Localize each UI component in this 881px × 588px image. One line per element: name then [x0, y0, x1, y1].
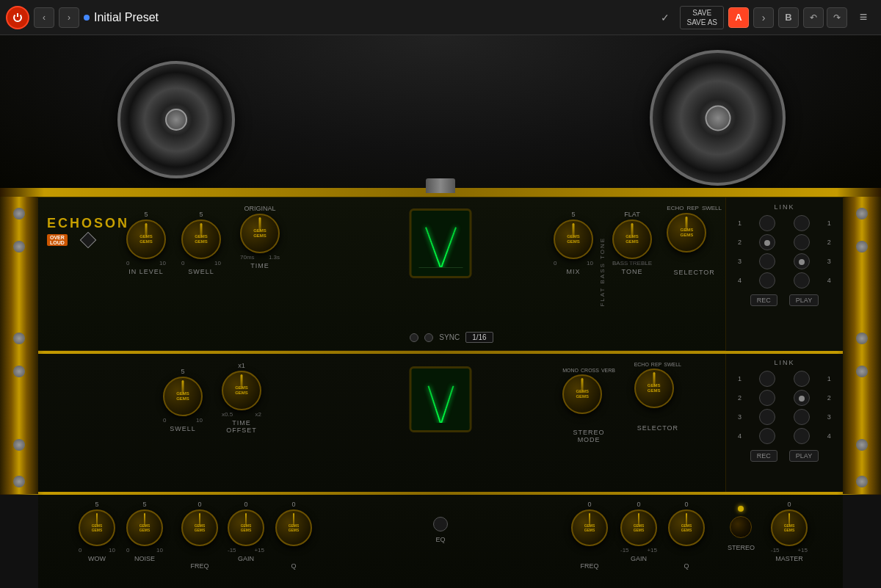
play-button-mid[interactable]: PLAY: [789, 450, 819, 462]
eq2-freq-group: 0 GEMSGEMS FREQ: [571, 501, 608, 570]
right-reel: [650, 50, 786, 186]
mid-link-btn-1-left[interactable]: [759, 371, 775, 387]
tape-machine-area: [0, 35, 881, 197]
wow-knob[interactable]: GEMSGEMS: [79, 509, 115, 546]
noise-knob[interactable]: GEMSGEMS: [126, 509, 163, 546]
frame-left: [0, 197, 38, 494]
eq1-gain-knob[interactable]: GEMSGEMS: [228, 509, 264, 546]
stereo-small-knob[interactable]: [730, 516, 752, 538]
menu-button[interactable]: ≡: [852, 6, 875, 29]
swell-knob-top[interactable]: GEMSGEMS: [181, 219, 221, 259]
master-knob[interactable]: GEMSGEMS: [771, 509, 808, 546]
sync-dot-right[interactable]: [424, 333, 433, 342]
eq2-gain-knob[interactable]: GEMSGEMS: [620, 509, 657, 546]
preset-indicator: [84, 15, 90, 21]
time-knob[interactable]: GEMSGEMS: [240, 214, 280, 253]
save-label[interactable]: SAVE: [692, 8, 711, 18]
link-btn-4-right[interactable]: [794, 272, 810, 288]
sync-dot-left[interactable]: [410, 333, 418, 342]
mid-link-btn-2-left[interactable]: [759, 390, 775, 406]
top-bar: ‹ › Initial Preset ✓ SAVE SAVE AS A › B …: [0, 0, 881, 35]
stereo-mode-group: MONO CROSS VERB GEMSGEMS STEREOMODE: [562, 368, 615, 443]
eq1-freq-group: 0 GEMSGEMS FREQ: [181, 501, 218, 570]
top-section: ECHOSON OVERLOUD 5 GEMSGEMS 0 10 IN LEVE…: [38, 197, 843, 351]
preset-dropdown[interactable]: ✓: [655, 9, 675, 26]
divider-mid: [0, 351, 881, 354]
ab-button-b[interactable]: B: [778, 7, 799, 28]
power-button[interactable]: [6, 6, 29, 29]
eq1-q-group: 0 GEMSGEMS Q: [275, 501, 312, 570]
in-level-knob[interactable]: GEMSGEMS: [126, 219, 166, 259]
redo-button[interactable]: ↷: [827, 7, 847, 28]
mid-link-btn-1-right[interactable]: [794, 371, 810, 387]
mid-link-btn-3-right[interactable]: [794, 409, 810, 425]
selector-knob-top[interactable]: GEMSGEMS: [667, 213, 706, 253]
undo-redo-group: ↶ ↷: [803, 7, 847, 28]
eq-center: EQ: [433, 517, 448, 543]
eq1-freq-knob[interactable]: GEMSGEMS: [181, 509, 218, 546]
mid-link-btn-2-right[interactable]: [794, 390, 810, 406]
swell-knob-mid[interactable]: GEMSGEMS: [163, 377, 203, 416]
undo-button[interactable]: ↶: [803, 7, 824, 28]
sync-value[interactable]: 1/16: [465, 332, 493, 343]
frame-right: [843, 197, 881, 494]
tape-head: [426, 178, 455, 193]
link-btn-1-right[interactable]: [794, 215, 810, 231]
bot-section: 5 GEMSGEMS 0 10 WOW 5 GEMSGEMS 0 10 NOIS…: [38, 494, 843, 588]
noise-group: 5 GEMSGEMS 0 10 NOISE: [126, 501, 163, 562]
link-btn-4-left[interactable]: [759, 272, 775, 288]
mix-knob[interactable]: GEMSGEMS: [554, 219, 593, 259]
divider-bot: [0, 492, 881, 495]
rec-button-top[interactable]: REC: [750, 294, 777, 306]
time-group: ORIGINAL GEMSGEMS 70ms 1.3s TIME: [240, 205, 280, 269]
sync-bar: SYNC 1/16: [185, 332, 718, 343]
selector-knob-mid[interactable]: GEMSGEMS: [634, 369, 674, 408]
rec-button-mid[interactable]: REC: [750, 450, 777, 462]
link-btn-2-right[interactable]: [794, 234, 810, 250]
save-as-label[interactable]: SAVE AS: [686, 18, 717, 27]
ab-button-a[interactable]: A: [728, 7, 749, 28]
ab-arrow[interactable]: ›: [753, 7, 774, 28]
swell-group-top: 5 GEMSGEMS 0 10 SWELL: [181, 211, 221, 275]
mid-link-btn-4-right[interactable]: [794, 428, 810, 444]
mid-section: 5 GEMSGEMS 0 10 SWELL x1 GEMSGEMS x0.5 x…: [38, 352, 843, 493]
link-btn-3-left[interactable]: [759, 253, 775, 269]
mid-right-panel: LINK 1 1 2 2 3 3 4: [725, 353, 843, 494]
in-level-group: 5 GEMSGEMS 0 10 IN LEVEL: [126, 211, 166, 275]
top-right-panel: LINK 1 1 2 2 3 3: [725, 197, 843, 352]
eq-toggle[interactable]: [433, 517, 448, 531]
play-button-top[interactable]: PLAY: [789, 294, 819, 306]
swell-group-mid: 5 GEMSGEMS 0 10 SWELL: [163, 368, 203, 432]
time-offset-knob[interactable]: GEMSGEMS: [222, 371, 261, 410]
device-body: ECHOSON OVERLOUD 5 GEMSGEMS 0 10 IN LEVE…: [0, 35, 881, 588]
mid-link-btn-3-left[interactable]: [759, 409, 775, 425]
link-btn-2-left[interactable]: [759, 234, 775, 250]
echoson-logo: ECHOSON: [47, 216, 129, 231]
mid-link-btn-4-left[interactable]: [759, 428, 775, 444]
stereo-light[interactable]: [738, 506, 744, 512]
time-offset-group: x1 GEMSGEMS x0.5 x2 TIMEOFFSET: [222, 362, 261, 434]
sync-label: SYNC: [439, 333, 460, 341]
prev-button[interactable]: ‹: [34, 7, 54, 28]
eq1-q-knob[interactable]: GEMSGEMS: [275, 509, 312, 546]
eq1-gain-group: 0 GEMSGEMS -15 +15 GAIN: [228, 501, 264, 562]
left-reel: [117, 61, 235, 178]
eq2-freq-knob[interactable]: GEMSGEMS: [571, 509, 608, 546]
vu-meter-mid: [410, 366, 472, 432]
eq2-gain-group: 0 GEMSGEMS -15 +15 GAIN: [620, 501, 657, 562]
master-group: 0 GEMSGEMS -15 +15 MASTER: [771, 501, 808, 562]
diamond-logo: [80, 232, 97, 249]
save-group[interactable]: SAVE SAVE AS: [680, 6, 724, 29]
tone-group: FLAT GEMSGEMS BASS TREBLE TONE: [612, 211, 652, 275]
mix-group: 5 GEMSGEMS 0 10 MIX: [554, 211, 593, 275]
link-btn-1-left[interactable]: [759, 215, 775, 231]
stereo-indicator: STEREO: [728, 506, 755, 551]
stereo-mode-knob[interactable]: GEMSGEMS: [562, 374, 602, 414]
vu-meter-top: [410, 208, 472, 278]
link-btn-3-right[interactable]: [794, 253, 810, 269]
tone-knob[interactable]: GEMSGEMS: [612, 219, 652, 259]
next-button[interactable]: ›: [59, 7, 79, 28]
overloud-badge: OVERLOUD: [47, 234, 68, 246]
eq2-q-knob[interactable]: GEMSGEMS: [668, 509, 705, 546]
eq2-q-group: 0 GEMSGEMS Q: [668, 501, 705, 570]
